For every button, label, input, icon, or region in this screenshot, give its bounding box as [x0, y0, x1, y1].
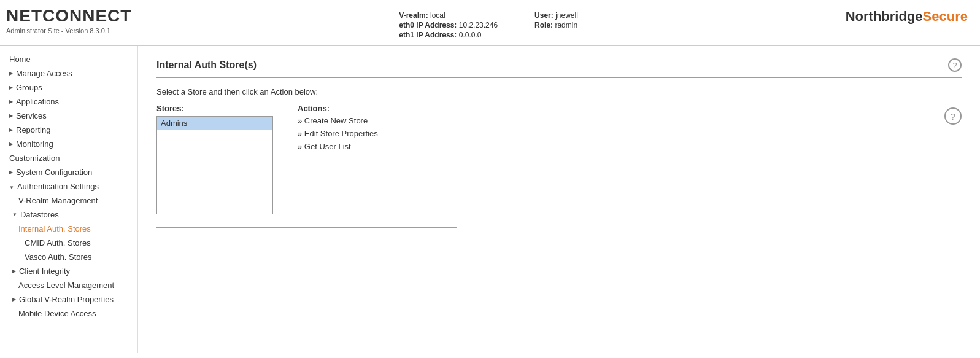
stores-label: Stores:: [156, 104, 273, 113]
role-line: Role: radmin: [534, 21, 578, 29]
main-layout: Home Manage Access Groups Applications S…: [0, 46, 980, 353]
sidebar-item-customization[interactable]: Customization: [0, 151, 137, 165]
eth1-line: eth1 IP Address: 0.0.0.0: [399, 31, 498, 39]
brand-northbridge: Northbridge: [846, 9, 923, 24]
sidebar-item-manage-access[interactable]: Manage Access: [0, 66, 137, 80]
sidebar-item-monitoring[interactable]: Monitoring: [0, 137, 137, 151]
sidebar-item-system-config[interactable]: System Configuration: [0, 165, 137, 179]
server-info: V-realm: local eth0 IP Address: 10.2.23.…: [399, 11, 498, 41]
content-area: Internal Auth Store(s) ? Select a Store …: [138, 46, 980, 353]
page-title: Internal Auth Store(s): [156, 60, 257, 71]
sidebar: Home Manage Access Groups Applications S…: [0, 46, 138, 353]
instruction-text: Select a Store and then click an Action …: [156, 87, 962, 96]
logo-connect: CONNECT: [42, 6, 131, 25]
sidebar-item-services[interactable]: Services: [0, 109, 137, 123]
brand-secure: Secure: [923, 9, 968, 24]
eth0-value-text: 10.2.23.246: [459, 21, 498, 29]
vrealm-label: V-realm:: [399, 11, 428, 20]
actions-column: Actions: Create New Store Edit Store Pro…: [298, 104, 378, 214]
sidebar-item-groups[interactable]: Groups: [0, 80, 137, 95]
stores-column: Stores: Admins: [156, 104, 273, 214]
sidebar-item-datastores[interactable]: Datastores: [0, 208, 137, 222]
header: NETCONNECT Administrator Site - Version …: [0, 0, 980, 46]
eth1-label: eth1 IP Address:: [399, 31, 457, 39]
page-help-icon[interactable]: ?: [948, 58, 962, 72]
eth1-value-text: 0.0.0.0: [459, 31, 482, 39]
sidebar-item-mobile-device[interactable]: Mobile Device Access: [0, 306, 137, 321]
sidebar-item-internal-auth-stores[interactable]: Internal Auth. Stores: [0, 222, 137, 236]
sidebar-item-applications[interactable]: Applications: [0, 95, 137, 109]
store-item-admins[interactable]: Admins: [157, 117, 272, 130]
sidebar-item-auth-settings[interactable]: Authentication Settings: [0, 179, 137, 193]
user-value-text: jnewell: [555, 11, 578, 20]
global-help-icon[interactable]: ?: [944, 107, 962, 125]
eth0-label: eth0 IP Address:: [399, 21, 457, 29]
sidebar-item-access-level-mgmt[interactable]: Access Level Management: [0, 278, 137, 292]
vrealm-line: V-realm: local: [399, 11, 498, 20]
sidebar-item-vasco-auth-stores[interactable]: Vasco Auth. Stores: [0, 250, 137, 264]
sidebar-item-vrealm-mgmt[interactable]: V-Realm Management: [0, 193, 137, 208]
sidebar-item-global-vrealm[interactable]: Global V-Realm Properties: [0, 292, 137, 306]
sidebar-item-client-integrity[interactable]: Client Integrity: [0, 264, 137, 278]
admin-version: Administrator Site - Version 8.3.0.1: [6, 27, 131, 34]
role-value-text: radmin: [555, 21, 577, 29]
action-get-user-list[interactable]: Get User List: [298, 142, 378, 151]
app-logo: NETCONNECT: [6, 6, 131, 26]
user-label: User:: [534, 11, 554, 20]
action-create-new-store[interactable]: Create New Store: [298, 116, 378, 125]
content-bottom-border: [156, 227, 457, 228]
user-line: User: jnewell: [534, 11, 578, 20]
sidebar-item-home[interactable]: Home: [0, 52, 137, 66]
action-edit-store-properties[interactable]: Edit Store Properties: [298, 129, 378, 138]
vrealm-value-text: local: [430, 11, 446, 20]
logo-area: NETCONNECT Administrator Site - Version …: [6, 6, 131, 34]
stores-actions-container: Stores: Admins Actions: Create New Store…: [156, 104, 962, 214]
role-label: Role:: [534, 21, 553, 29]
stores-list[interactable]: Admins: [156, 116, 273, 214]
logo-net: NET: [6, 6, 42, 25]
user-info: User: jnewell Role: radmin: [534, 11, 578, 41]
eth0-line: eth0 IP Address: 10.2.23.246: [399, 21, 498, 29]
sidebar-item-reporting[interactable]: Reporting: [0, 123, 137, 137]
brand-logo: NorthbridgeSecure: [846, 9, 968, 25]
actions-label: Actions:: [298, 104, 378, 113]
page-header: Internal Auth Store(s) ?: [156, 58, 962, 78]
sidebar-item-cmid-auth-stores[interactable]: CMID Auth. Stores: [0, 236, 137, 250]
